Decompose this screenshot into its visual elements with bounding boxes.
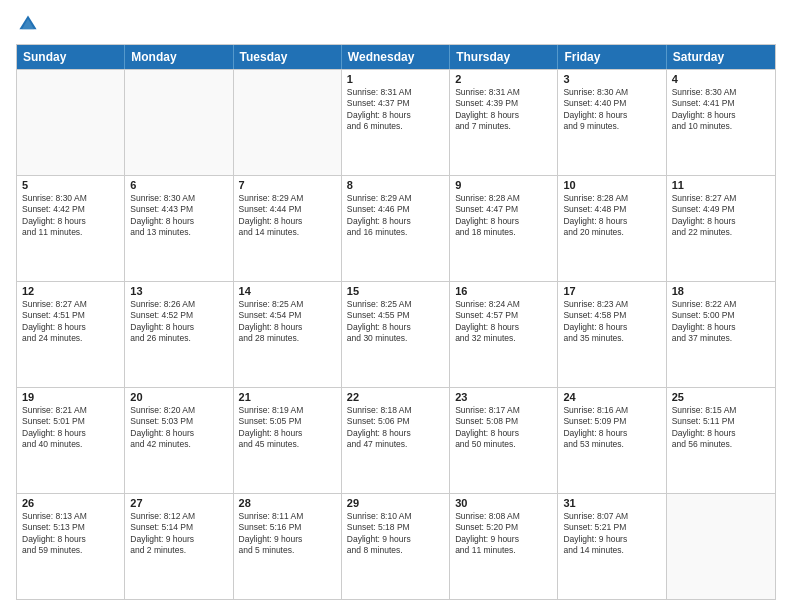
day-cell-1: 1Sunrise: 8:31 AM Sunset: 4:37 PM Daylig… xyxy=(342,70,450,175)
calendar-row-3: 19Sunrise: 8:21 AM Sunset: 5:01 PM Dayli… xyxy=(17,387,775,493)
day-number-15: 15 xyxy=(347,285,444,297)
logo-icon xyxy=(16,12,40,36)
day-cell-8: 8Sunrise: 8:29 AM Sunset: 4:46 PM Daylig… xyxy=(342,176,450,281)
day-cell-18: 18Sunrise: 8:22 AM Sunset: 5:00 PM Dayli… xyxy=(667,282,775,387)
day-info-31: Sunrise: 8:07 AM Sunset: 5:21 PM Dayligh… xyxy=(563,511,660,557)
day-info-3: Sunrise: 8:30 AM Sunset: 4:40 PM Dayligh… xyxy=(563,87,660,133)
day-info-18: Sunrise: 8:22 AM Sunset: 5:00 PM Dayligh… xyxy=(672,299,770,345)
day-cell-30: 30Sunrise: 8:08 AM Sunset: 5:20 PM Dayli… xyxy=(450,494,558,599)
day-cell-9: 9Sunrise: 8:28 AM Sunset: 4:47 PM Daylig… xyxy=(450,176,558,281)
header-day-wednesday: Wednesday xyxy=(342,45,450,69)
day-number-27: 27 xyxy=(130,497,227,509)
day-info-28: Sunrise: 8:11 AM Sunset: 5:16 PM Dayligh… xyxy=(239,511,336,557)
day-number-23: 23 xyxy=(455,391,552,403)
calendar-header-row: SundayMondayTuesdayWednesdayThursdayFrid… xyxy=(17,45,775,69)
day-cell-28: 28Sunrise: 8:11 AM Sunset: 5:16 PM Dayli… xyxy=(234,494,342,599)
day-number-20: 20 xyxy=(130,391,227,403)
empty-cell-r0c2 xyxy=(234,70,342,175)
page: SundayMondayTuesdayWednesdayThursdayFrid… xyxy=(0,0,792,612)
logo xyxy=(16,12,44,36)
day-number-22: 22 xyxy=(347,391,444,403)
day-number-3: 3 xyxy=(563,73,660,85)
day-cell-19: 19Sunrise: 8:21 AM Sunset: 5:01 PM Dayli… xyxy=(17,388,125,493)
day-number-14: 14 xyxy=(239,285,336,297)
day-cell-11: 11Sunrise: 8:27 AM Sunset: 4:49 PM Dayli… xyxy=(667,176,775,281)
day-info-17: Sunrise: 8:23 AM Sunset: 4:58 PM Dayligh… xyxy=(563,299,660,345)
day-info-27: Sunrise: 8:12 AM Sunset: 5:14 PM Dayligh… xyxy=(130,511,227,557)
day-cell-25: 25Sunrise: 8:15 AM Sunset: 5:11 PM Dayli… xyxy=(667,388,775,493)
day-cell-4: 4Sunrise: 8:30 AM Sunset: 4:41 PM Daylig… xyxy=(667,70,775,175)
day-info-1: Sunrise: 8:31 AM Sunset: 4:37 PM Dayligh… xyxy=(347,87,444,133)
day-number-12: 12 xyxy=(22,285,119,297)
day-cell-26: 26Sunrise: 8:13 AM Sunset: 5:13 PM Dayli… xyxy=(17,494,125,599)
day-cell-20: 20Sunrise: 8:20 AM Sunset: 5:03 PM Dayli… xyxy=(125,388,233,493)
day-info-13: Sunrise: 8:26 AM Sunset: 4:52 PM Dayligh… xyxy=(130,299,227,345)
day-cell-29: 29Sunrise: 8:10 AM Sunset: 5:18 PM Dayli… xyxy=(342,494,450,599)
day-number-24: 24 xyxy=(563,391,660,403)
empty-cell-r0c1 xyxy=(125,70,233,175)
day-cell-12: 12Sunrise: 8:27 AM Sunset: 4:51 PM Dayli… xyxy=(17,282,125,387)
day-number-1: 1 xyxy=(347,73,444,85)
day-cell-13: 13Sunrise: 8:26 AM Sunset: 4:52 PM Dayli… xyxy=(125,282,233,387)
day-info-14: Sunrise: 8:25 AM Sunset: 4:54 PM Dayligh… xyxy=(239,299,336,345)
calendar-row-1: 5Sunrise: 8:30 AM Sunset: 4:42 PM Daylig… xyxy=(17,175,775,281)
day-number-25: 25 xyxy=(672,391,770,403)
header-day-thursday: Thursday xyxy=(450,45,558,69)
day-info-15: Sunrise: 8:25 AM Sunset: 4:55 PM Dayligh… xyxy=(347,299,444,345)
day-cell-27: 27Sunrise: 8:12 AM Sunset: 5:14 PM Dayli… xyxy=(125,494,233,599)
day-cell-23: 23Sunrise: 8:17 AM Sunset: 5:08 PM Dayli… xyxy=(450,388,558,493)
day-cell-2: 2Sunrise: 8:31 AM Sunset: 4:39 PM Daylig… xyxy=(450,70,558,175)
day-number-5: 5 xyxy=(22,179,119,191)
day-info-9: Sunrise: 8:28 AM Sunset: 4:47 PM Dayligh… xyxy=(455,193,552,239)
day-info-19: Sunrise: 8:21 AM Sunset: 5:01 PM Dayligh… xyxy=(22,405,119,451)
day-number-8: 8 xyxy=(347,179,444,191)
day-info-16: Sunrise: 8:24 AM Sunset: 4:57 PM Dayligh… xyxy=(455,299,552,345)
day-info-4: Sunrise: 8:30 AM Sunset: 4:41 PM Dayligh… xyxy=(672,87,770,133)
day-cell-6: 6Sunrise: 8:30 AM Sunset: 4:43 PM Daylig… xyxy=(125,176,233,281)
day-info-10: Sunrise: 8:28 AM Sunset: 4:48 PM Dayligh… xyxy=(563,193,660,239)
header-day-sunday: Sunday xyxy=(17,45,125,69)
day-info-11: Sunrise: 8:27 AM Sunset: 4:49 PM Dayligh… xyxy=(672,193,770,239)
day-info-20: Sunrise: 8:20 AM Sunset: 5:03 PM Dayligh… xyxy=(130,405,227,451)
day-info-24: Sunrise: 8:16 AM Sunset: 5:09 PM Dayligh… xyxy=(563,405,660,451)
day-number-11: 11 xyxy=(672,179,770,191)
day-info-5: Sunrise: 8:30 AM Sunset: 4:42 PM Dayligh… xyxy=(22,193,119,239)
day-number-10: 10 xyxy=(563,179,660,191)
day-cell-24: 24Sunrise: 8:16 AM Sunset: 5:09 PM Dayli… xyxy=(558,388,666,493)
day-info-25: Sunrise: 8:15 AM Sunset: 5:11 PM Dayligh… xyxy=(672,405,770,451)
day-info-29: Sunrise: 8:10 AM Sunset: 5:18 PM Dayligh… xyxy=(347,511,444,557)
day-number-2: 2 xyxy=(455,73,552,85)
day-number-21: 21 xyxy=(239,391,336,403)
day-number-9: 9 xyxy=(455,179,552,191)
day-cell-3: 3Sunrise: 8:30 AM Sunset: 4:40 PM Daylig… xyxy=(558,70,666,175)
day-number-16: 16 xyxy=(455,285,552,297)
day-number-17: 17 xyxy=(563,285,660,297)
day-info-21: Sunrise: 8:19 AM Sunset: 5:05 PM Dayligh… xyxy=(239,405,336,451)
day-info-30: Sunrise: 8:08 AM Sunset: 5:20 PM Dayligh… xyxy=(455,511,552,557)
day-number-26: 26 xyxy=(22,497,119,509)
day-number-4: 4 xyxy=(672,73,770,85)
day-cell-5: 5Sunrise: 8:30 AM Sunset: 4:42 PM Daylig… xyxy=(17,176,125,281)
day-cell-15: 15Sunrise: 8:25 AM Sunset: 4:55 PM Dayli… xyxy=(342,282,450,387)
day-number-29: 29 xyxy=(347,497,444,509)
header-day-tuesday: Tuesday xyxy=(234,45,342,69)
day-info-26: Sunrise: 8:13 AM Sunset: 5:13 PM Dayligh… xyxy=(22,511,119,557)
day-cell-31: 31Sunrise: 8:07 AM Sunset: 5:21 PM Dayli… xyxy=(558,494,666,599)
day-cell-17: 17Sunrise: 8:23 AM Sunset: 4:58 PM Dayli… xyxy=(558,282,666,387)
day-number-6: 6 xyxy=(130,179,227,191)
day-number-31: 31 xyxy=(563,497,660,509)
day-cell-21: 21Sunrise: 8:19 AM Sunset: 5:05 PM Dayli… xyxy=(234,388,342,493)
day-number-7: 7 xyxy=(239,179,336,191)
calendar-row-0: 1Sunrise: 8:31 AM Sunset: 4:37 PM Daylig… xyxy=(17,69,775,175)
day-info-12: Sunrise: 8:27 AM Sunset: 4:51 PM Dayligh… xyxy=(22,299,119,345)
calendar-row-4: 26Sunrise: 8:13 AM Sunset: 5:13 PM Dayli… xyxy=(17,493,775,599)
header xyxy=(16,12,776,36)
day-number-28: 28 xyxy=(239,497,336,509)
day-cell-7: 7Sunrise: 8:29 AM Sunset: 4:44 PM Daylig… xyxy=(234,176,342,281)
day-number-13: 13 xyxy=(130,285,227,297)
day-cell-14: 14Sunrise: 8:25 AM Sunset: 4:54 PM Dayli… xyxy=(234,282,342,387)
header-day-monday: Monday xyxy=(125,45,233,69)
calendar-row-2: 12Sunrise: 8:27 AM Sunset: 4:51 PM Dayli… xyxy=(17,281,775,387)
day-cell-16: 16Sunrise: 8:24 AM Sunset: 4:57 PM Dayli… xyxy=(450,282,558,387)
day-number-18: 18 xyxy=(672,285,770,297)
